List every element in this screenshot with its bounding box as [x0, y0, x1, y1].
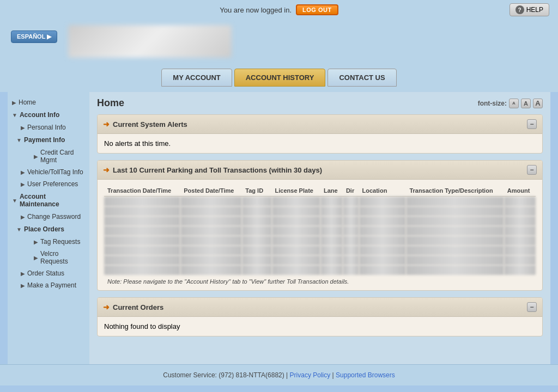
current-orders-body-text: Nothing found to display	[104, 322, 180, 330]
credit-card-arrow-icon: ▶	[34, 154, 38, 160]
sidebar-payment-info-header[interactable]: ▼ Payment Info	[16, 133, 89, 146]
tab-account-history[interactable]: ACCOUNT HISTORY	[234, 69, 326, 87]
alerts-arrow-icon: ➜	[103, 120, 110, 128]
col-dir: Dir	[343, 185, 359, 197]
font-size-label: font-size:	[478, 100, 507, 107]
col-lane: Lane	[320, 185, 343, 197]
tab-my-account[interactable]: MY ACCOUNT	[161, 69, 232, 87]
col-license-plate: License Plate	[272, 185, 320, 197]
table-row	[104, 265, 536, 275]
page-title-bar: Home font-size: A A A	[97, 97, 543, 109]
alerts-section-title: ➜ Current System Alerts	[103, 120, 187, 128]
sidebar: ▶ Home ▼ Account Info ▶ Personal Info ▼ …	[8, 92, 89, 364]
sidebar-item-credit-card-mgmt[interactable]: ▶ Credit Card Mgmt	[29, 146, 89, 166]
sidebar-account-info-label: Account Info	[20, 111, 59, 119]
table-row	[104, 216, 536, 226]
alerts-section: ➜ Current System Alerts − No alerts at t…	[97, 114, 543, 154]
sidebar-item-change-password[interactable]: ▶ Change Password	[16, 211, 89, 223]
col-transaction-type: Transaction Type/Description	[406, 185, 504, 197]
alerts-section-body: No alerts at this time.	[98, 134, 542, 153]
transactions-collapse-button[interactable]: −	[527, 165, 537, 175]
current-orders-title-text: Current Orders	[113, 303, 163, 311]
table-row	[104, 226, 536, 236]
sidebar-order-status-label: Order Status	[27, 270, 64, 277]
help-icon: ?	[515, 5, 524, 14]
transactions-title-text: Last 10 Current Parking and Toll Transac…	[113, 166, 322, 174]
footer-privacy-policy-link[interactable]: Privacy Policy	[290, 371, 331, 379]
transactions-section: ➜ Last 10 Current Parking and Toll Trans…	[97, 160, 543, 291]
table-row	[104, 206, 536, 216]
account-info-arrow-icon: ▼	[12, 112, 17, 118]
sidebar-item-velcro-requests[interactable]: ▶ Velcro Requests	[29, 248, 89, 267]
sidebar-account-maint-label: Account Maintenance	[20, 193, 85, 208]
order-status-arrow-icon: ▶	[21, 271, 25, 277]
current-orders-arrow-icon: ➜	[103, 303, 110, 311]
sidebar-payment-info-label: Payment Info	[24, 136, 65, 144]
sidebar-personal-info-label: Personal Info	[27, 124, 66, 131]
transactions-note: Note: Please navigate to the "Account Hi…	[104, 275, 536, 285]
sidebar-item-home[interactable]: ▶ Home	[8, 96, 89, 108]
payment-info-arrow-icon: ▼	[16, 137, 22, 143]
font-size-large-button[interactable]: A	[533, 99, 543, 108]
sidebar-place-orders-label: Place Orders	[24, 225, 64, 233]
top-bar: You are now logged in. LOG OUT ? HELP	[0, 0, 558, 20]
footer-customer-service: Customer Service: (972) 818-NTTA(6882)	[163, 371, 284, 379]
sidebar-item-make-payment[interactable]: ▶ Make a Payment	[16, 279, 89, 291]
help-button[interactable]: ? HELP	[510, 3, 549, 16]
col-posted-datetime: Posted Date/Time	[180, 185, 242, 197]
sidebar-credit-card-label: Credit Card Mgmt	[40, 149, 85, 164]
alerts-collapse-button[interactable]: −	[527, 119, 537, 129]
help-label: HELP	[526, 6, 543, 14]
logo-image	[68, 25, 232, 58]
alerts-title-text: Current System Alerts	[113, 120, 187, 128]
sidebar-make-payment-label: Make a Payment	[27, 281, 76, 289]
transactions-arrow-icon: ➜	[103, 166, 110, 174]
sidebar-place-orders-header[interactable]: ▼ Place Orders	[16, 223, 89, 236]
sidebar-item-personal-info[interactable]: ▶ Personal Info	[16, 121, 89, 133]
sidebar-item-tag-requests[interactable]: ▶ Tag Requests	[29, 236, 89, 248]
transactions-section-body: Transaction Date/Time Posted Date/Time T…	[98, 180, 542, 290]
login-message: You are now logged in.	[220, 6, 292, 14]
header-area: ESPAÑOL ▶	[0, 20, 558, 63]
footer-supported-browsers-link[interactable]: Supported Browsers	[336, 371, 395, 379]
font-size-controls: font-size: A A A	[478, 99, 543, 108]
sidebar-account-maintenance-header[interactable]: ▼ Account Maintenance	[8, 190, 89, 211]
page-title-text: Home	[97, 97, 124, 109]
transactions-section-header: ➜ Last 10 Current Parking and Toll Trans…	[98, 161, 542, 180]
current-orders-collapse-button[interactable]: −	[527, 302, 537, 312]
sidebar-tag-req-label: Tag Requests	[40, 238, 80, 246]
sidebar-account-info-header[interactable]: ▼ Account Info	[8, 108, 89, 121]
change-pw-arrow-icon: ▶	[21, 214, 25, 220]
user-pref-arrow-icon: ▶	[21, 181, 25, 187]
logout-button[interactable]: LOG OUT	[296, 4, 338, 15]
table-row	[104, 236, 536, 246]
sidebar-change-pw-label: Change Password	[27, 213, 81, 220]
table-row	[104, 197, 536, 207]
col-transaction-datetime: Transaction Date/Time	[104, 185, 180, 197]
font-size-small-button[interactable]: A	[509, 99, 519, 108]
velcro-arrow-icon: ▶	[34, 255, 38, 261]
font-size-medium-button[interactable]: A	[521, 99, 531, 108]
espanol-button[interactable]: ESPAÑOL ▶	[11, 30, 57, 43]
current-orders-section-header: ➜ Current Orders −	[98, 298, 542, 317]
navigation-tabs: MY ACCOUNT ACCOUNT HISTORY CONTACT US	[0, 63, 558, 92]
sidebar-item-order-status[interactable]: ▶ Order Status	[16, 267, 89, 279]
sidebar-vehicle-label: Vehicle/TollTag Info	[27, 168, 83, 176]
sidebar-user-pref-label: User Preferences	[27, 180, 78, 188]
footer: Customer Service: (972) 818-NTTA(6882) |…	[0, 364, 558, 385]
col-location: Location	[359, 185, 407, 197]
content-area: Home font-size: A A A ➜ Current System A…	[89, 92, 550, 364]
tab-contact-us[interactable]: CONTACT US	[327, 69, 396, 87]
col-tag-id: Tag ID	[242, 185, 271, 197]
current-orders-section-title: ➜ Current Orders	[103, 303, 163, 311]
main-layout: ▶ Home ▼ Account Info ▶ Personal Info ▼ …	[8, 92, 550, 364]
current-orders-section: ➜ Current Orders − Nothing found to disp…	[97, 297, 543, 336]
transactions-table: Transaction Date/Time Posted Date/Time T…	[104, 185, 536, 275]
sidebar-item-user-preferences[interactable]: ▶ User Preferences	[16, 178, 89, 190]
sidebar-item-vehicle-tolltag[interactable]: ▶ Vehicle/TollTag Info	[16, 166, 89, 178]
account-maint-arrow-icon: ▼	[12, 198, 17, 204]
current-orders-section-body: Nothing found to display	[98, 317, 542, 336]
alerts-section-header: ➜ Current System Alerts −	[98, 115, 542, 134]
col-amount: Amount	[504, 185, 536, 197]
sidebar-home-label: Home	[19, 99, 36, 106]
